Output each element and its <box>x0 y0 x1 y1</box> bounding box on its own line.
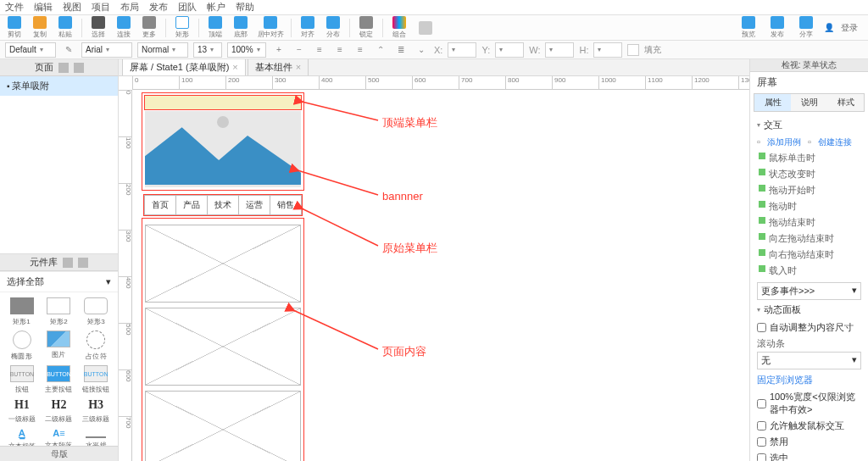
menu-layout[interactable]: 布局 <box>120 1 139 14</box>
size-select[interactable]: 13 <box>193 42 222 58</box>
widget-label[interactable]: A̲文本标签 <box>5 428 39 446</box>
pos-x[interactable] <box>448 42 476 58</box>
event-swipeleft[interactable]: 向左拖动结束时 <box>757 230 861 247</box>
pos-y[interactable] <box>495 42 524 58</box>
tool-bottom[interactable]: 底部 <box>230 16 252 40</box>
valign-mid-icon[interactable]: ≣ <box>393 42 409 58</box>
tool-distribute[interactable]: 分布 <box>322 16 344 40</box>
publish-button[interactable]: 发布 <box>766 16 788 40</box>
share-button[interactable]: 分享 <box>795 16 817 40</box>
wf-block-2[interactable] <box>145 308 301 386</box>
new-link[interactable]: 创建连接 <box>818 136 852 148</box>
widget-rect3[interactable]: 矩形3 <box>79 297 113 327</box>
nav-tech[interactable]: 技术 <box>207 195 238 215</box>
event-load[interactable]: 载入时 <box>757 263 861 279</box>
widget-placeholder[interactable]: 占位符 <box>79 330 113 362</box>
tool-paste[interactable]: 粘贴 <box>54 16 76 40</box>
close-icon[interactable]: × <box>232 62 237 72</box>
fill-swatch[interactable] <box>627 44 639 56</box>
artboard[interactable]: 首页 产品 技术 运营 销售 <box>142 93 303 461</box>
tab-basic[interactable]: 基本组件× <box>248 59 309 75</box>
chk-autofit[interactable]: 自动调整为内容尺寸 <box>757 319 861 336</box>
tool-copy[interactable]: 复制 <box>29 16 51 40</box>
widget-link-button[interactable]: BUTTON链接按钮 <box>79 365 113 395</box>
add-case-link[interactable]: 添加用例 <box>767 136 801 148</box>
widget-rect2[interactable]: 矩形2 <box>42 297 76 327</box>
close-icon[interactable]: × <box>296 62 301 72</box>
menu-edit[interactable]: 编辑 <box>34 1 53 14</box>
menu-file[interactable]: 文件 <box>5 1 24 14</box>
zoom-select[interactable]: 100% <box>227 42 266 58</box>
tab-main[interactable]: 屏幕 / State1 (菜单吸附)× <box>122 59 246 75</box>
menu-account[interactable]: 帐户 <box>207 1 225 14</box>
widget-paragraph[interactable]: A≡文本段落 <box>42 428 76 446</box>
widget-h3[interactable]: H3三级标题 <box>79 398 113 425</box>
menu-publish[interactable]: 发布 <box>149 1 168 14</box>
valign-bot-icon[interactable]: ⌄ <box>414 42 429 58</box>
tool-group[interactable]: 组合 <box>388 16 410 40</box>
fix-browser-link[interactable]: 固定到浏览器 <box>757 371 861 389</box>
menu-team[interactable]: 团队 <box>178 1 197 14</box>
widget-primary-button[interactable]: BUTTON主要按钮 <box>42 365 76 395</box>
align-left-icon[interactable]: ≡ <box>312 42 327 58</box>
style-select[interactable]: Default <box>5 42 56 58</box>
lib-menu-icon[interactable] <box>78 258 88 268</box>
lib-search-icon[interactable] <box>63 258 73 268</box>
tool-select[interactable]: 选择 <box>87 16 109 40</box>
tab-style[interactable]: 样式 <box>827 94 864 111</box>
chk-selected[interactable]: 选中 <box>757 450 861 461</box>
zoom-in-icon[interactable]: + <box>271 42 287 58</box>
size-w[interactable] <box>545 42 574 58</box>
preview-button[interactable]: 预览 <box>737 16 760 40</box>
tool-lock[interactable]: 锁定 <box>355 16 377 40</box>
event-swiperight[interactable]: 向右拖动结束时 <box>757 247 861 263</box>
tool-center[interactable]: 居中对齐 <box>255 16 286 40</box>
page-item[interactable]: ▪ 菜单吸附 <box>0 76 118 96</box>
masters-header[interactable]: 母版 <box>0 446 118 461</box>
tab-notes[interactable]: 说明 <box>791 94 827 111</box>
style-edit-icon[interactable]: ✎ <box>61 42 76 58</box>
chk-trigger[interactable]: 允许触发鼠标交互 <box>757 418 861 434</box>
add-page-icon[interactable] <box>74 63 84 73</box>
menu-project[interactable]: 项目 <box>92 1 110 14</box>
more-events[interactable]: 更多事件>>>▾ <box>757 282 861 300</box>
widget-ellipse[interactable]: 椭圆形 <box>5 330 39 362</box>
tool-shape[interactable]: 矩形 <box>171 16 193 40</box>
section-dynpanel[interactable]: 动态面板 <box>757 303 861 316</box>
nav-sales[interactable]: 销售 <box>270 195 302 215</box>
tool-top[interactable]: 顶端 <box>204 16 226 40</box>
widget-image[interactable]: 图片 <box>42 330 76 362</box>
valign-top-icon[interactable]: ⌃ <box>373 42 388 58</box>
wf-block-3[interactable] <box>145 391 301 461</box>
widget-button[interactable]: BUTTON按钮 <box>5 365 39 395</box>
canvas[interactable]: 首页 产品 技术 运营 销售 顶端菜单栏 bannner 原始菜单栏 <box>132 90 749 461</box>
section-interaction[interactable]: 交互 <box>757 119 861 131</box>
align-right-icon[interactable]: ≡ <box>353 42 368 58</box>
widget-hr[interactable]: 水平线 <box>79 428 113 446</box>
chk-fullwidth[interactable]: 100%宽度<仅限浏览器中有效> <box>757 389 861 418</box>
select-all[interactable]: 选择全部 ▾ <box>0 271 118 292</box>
nav-product[interactable]: 产品 <box>175 195 207 215</box>
scroll-select[interactable]: 无▾ <box>757 352 861 369</box>
menu-help[interactable]: 帮助 <box>236 1 254 14</box>
event-click[interactable]: 鼠标单击时 <box>757 150 861 166</box>
nav-ops[interactable]: 运营 <box>238 195 270 215</box>
menu-view[interactable]: 视图 <box>63 1 81 14</box>
event-dragstart[interactable]: 拖动开始时 <box>757 182 861 198</box>
event-dragend[interactable]: 拖动结束时 <box>757 214 861 230</box>
widget-rect1[interactable]: 矩形1 <box>5 297 39 327</box>
wf-navbar[interactable]: 首页 产品 技术 运营 销售 <box>144 195 302 215</box>
tool-connect[interactable]: 连接 <box>113 16 135 40</box>
login-link[interactable]: 登录 <box>841 22 858 34</box>
widget-h2[interactable]: H2二级标题 <box>42 398 76 425</box>
nav-home[interactable]: 首页 <box>144 195 175 215</box>
chk-disable[interactable]: 禁用 <box>757 434 861 450</box>
tab-properties[interactable]: 属性 <box>754 94 791 111</box>
widget-h1[interactable]: H1一级标题 <box>5 398 39 425</box>
wf-block-1[interactable] <box>145 225 301 303</box>
tool-cut[interactable]: 剪切 <box>3 16 25 40</box>
align-center-icon[interactable]: ≡ <box>332 42 348 58</box>
tool-align[interactable]: 对齐 <box>297 16 319 40</box>
zoom-out-icon[interactable]: − <box>292 42 307 58</box>
font-select[interactable]: Arial <box>81 42 132 58</box>
